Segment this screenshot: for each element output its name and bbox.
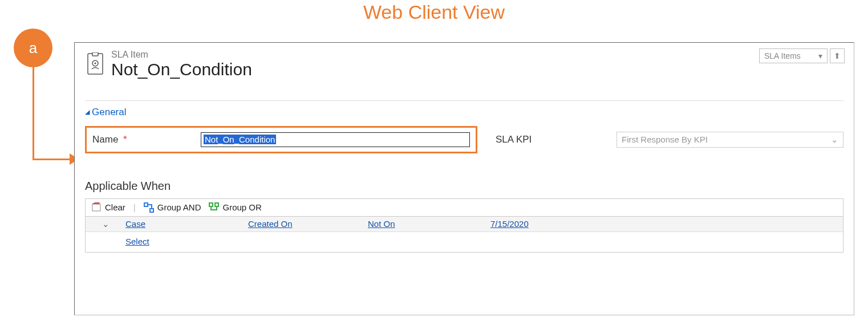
condition-select-link[interactable]: Select [125, 237, 149, 246]
condition-value-link[interactable]: 7/15/2020 [490, 219, 529, 229]
annotation-badge-a: a [14, 29, 52, 67]
annotation-connector [33, 67, 34, 160]
group-or-label: Group OR [222, 202, 261, 212]
applicable-when-title: Applicable When [85, 180, 843, 193]
sla-kpi-label: SLA KPI [496, 134, 604, 145]
svg-rect-4 [92, 204, 100, 211]
triangle-down-icon: ◢ [85, 108, 90, 116]
group-and-button[interactable]: Group AND [144, 202, 201, 213]
condition-row: ⌄ Case Created On Not On 7/15/2020 [86, 217, 843, 232]
group-and-label: Group AND [157, 202, 201, 212]
entity-icon [85, 51, 106, 77]
caret-down-icon: ▾ [818, 51, 822, 60]
condition-entity-link[interactable]: Case [125, 219, 145, 229]
svg-point-3 [94, 62, 96, 64]
svg-rect-6 [150, 209, 153, 212]
sla-kpi-value: First Response By KPI [622, 135, 708, 144]
condition-operator-link[interactable]: Not On [368, 219, 395, 229]
page-title: Web Client View [0, 1, 868, 23]
navigate-up-button[interactable]: ⬆ [830, 48, 845, 63]
name-input-value: Not_On_Condition [204, 135, 276, 144]
sla-kpi-select[interactable]: First Response By KPI ⌄ [616, 132, 843, 148]
required-marker: * [123, 134, 127, 145]
svg-rect-8 [215, 203, 218, 206]
row-expand-toggle[interactable]: ⌄ [86, 219, 125, 229]
divider [85, 100, 843, 101]
view-picker-dropdown[interactable]: SLA Items ▾ [759, 48, 828, 63]
condition-builder: Clear | Group AND Group OR [85, 198, 843, 253]
svg-rect-1 [92, 52, 98, 56]
clear-label: Clear [105, 202, 125, 212]
chevron-down-icon: ⌄ [831, 135, 838, 145]
condition-select-row: Select [86, 232, 843, 252]
record-header: SLA Item Not_On_Condition [85, 50, 843, 79]
entity-type-label: SLA Item [111, 50, 252, 60]
clear-icon [91, 202, 102, 213]
toolbar-separator: | [133, 202, 136, 212]
name-field-highlight: Name * Not_On_Condition [85, 126, 477, 153]
section-general-toggle[interactable]: ◢ General [85, 107, 843, 118]
name-label-text: Name [92, 134, 118, 145]
clear-button[interactable]: Clear [91, 202, 125, 213]
condition-toolbar: Clear | Group AND Group OR [86, 199, 843, 216]
svg-rect-7 [209, 203, 213, 206]
view-picker-label: SLA Items [764, 51, 801, 60]
svg-rect-5 [144, 203, 148, 206]
section-general-label: General [92, 107, 126, 118]
chevron-down-icon: ⌄ [102, 219, 109, 229]
view-picker: SLA Items ▾ ⬆ [759, 48, 845, 63]
form-panel: SLA Item Not_On_Condition SLA Items ▾ ⬆ … [74, 42, 854, 315]
entity-title: Not_On_Condition [111, 60, 252, 79]
name-input[interactable]: Not_On_Condition [201, 132, 470, 147]
condition-field-link[interactable]: Created On [248, 219, 293, 229]
group-or-button[interactable]: Group OR [209, 202, 261, 213]
name-label: Name * [92, 134, 201, 145]
arrow-up-icon: ⬆ [834, 51, 841, 60]
group-and-icon [144, 202, 154, 213]
group-or-icon [209, 202, 219, 213]
